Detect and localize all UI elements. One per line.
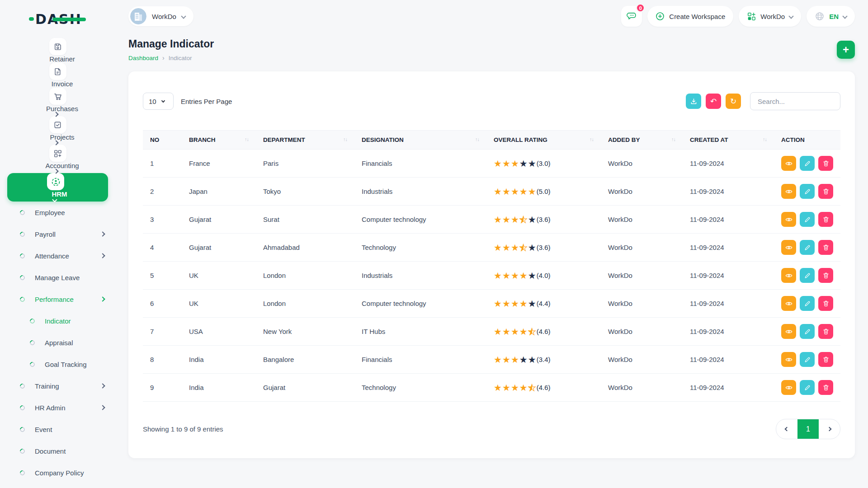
delete-button[interactable]: [818, 184, 833, 199]
workspace-selector[interactable]: WorkDo: [128, 6, 193, 26]
sidebar-item-indicator[interactable]: Indicator: [7, 310, 108, 332]
view-button[interactable]: [781, 296, 796, 311]
star-full-icon: ★: [494, 187, 502, 196]
edit-button[interactable]: [800, 184, 815, 199]
edit-button[interactable]: [800, 324, 815, 339]
messages-button[interactable]: 0: [621, 6, 642, 27]
entries-per-page-value: 10: [149, 98, 156, 105]
sidebar-item-label: Purchases: [46, 105, 78, 113]
sidebar-item-accounting[interactable]: Accounting: [7, 145, 108, 173]
delete-button[interactable]: [818, 212, 833, 227]
view-button[interactable]: [781, 324, 796, 339]
sort-icon[interactable]: ↑↓: [245, 136, 249, 142]
column-header-created-at[interactable]: CREATED AT↑↓: [683, 131, 774, 150]
row-actions: [781, 184, 833, 199]
sidebar-item-company-policy[interactable]: Company Policy: [7, 462, 108, 483]
delete-button[interactable]: [818, 156, 833, 171]
app-switcher-button[interactable]: WorkDo: [739, 6, 801, 27]
reset-button[interactable]: ↶: [706, 94, 721, 109]
edit-button[interactable]: [800, 352, 815, 367]
sidebar-item-label: Accounting: [45, 162, 79, 169]
sidebar-item-payroll[interactable]: Payroll: [7, 223, 108, 245]
sidebar-item-retainer[interactable]: Retainer: [7, 38, 108, 63]
grid-icon: [49, 145, 66, 162]
star-empty-icon: ★: [528, 355, 537, 364]
sidebar-item-system-setup[interactable]: System Setup: [7, 483, 108, 488]
column-header-branch[interactable]: BRANCH↑↓: [182, 131, 256, 150]
sidebar-item-projects[interactable]: Projects: [7, 116, 108, 145]
export-button[interactable]: [686, 94, 701, 109]
no-cell: 5: [143, 262, 182, 290]
view-button[interactable]: [781, 212, 796, 227]
sidebar-item-purchases[interactable]: Purchases: [7, 88, 108, 116]
sidebar-item-label: Invoice: [52, 80, 73, 88]
sidebar-item-appraisal[interactable]: Appraisal: [7, 332, 108, 353]
no-cell: 6: [143, 290, 182, 318]
star-full-icon: ★: [511, 299, 519, 308]
language-selector[interactable]: EN: [807, 6, 855, 27]
prev-page-button[interactable]: [776, 419, 797, 439]
refresh-button[interactable]: ↻: [726, 94, 741, 109]
no-cell: 2: [143, 178, 182, 206]
view-button[interactable]: [781, 268, 796, 283]
sidebar-item-manage-leave[interactable]: Manage Leave: [7, 267, 108, 288]
view-button[interactable]: [781, 352, 796, 367]
view-button[interactable]: [781, 240, 796, 255]
add-indicator-button[interactable]: +: [837, 41, 855, 59]
column-header-overall-rating[interactable]: OVERALL RATING↑↓: [486, 131, 601, 150]
star-full-icon: ★: [494, 299, 502, 308]
edit-button[interactable]: [800, 240, 815, 255]
sort-icon[interactable]: ↑↓: [343, 136, 347, 142]
delete-button[interactable]: [818, 268, 833, 283]
edit-button[interactable]: [800, 156, 815, 171]
delete-button[interactable]: [818, 324, 833, 339]
table-row: 5UKLondonIndustrials★★★★★(4.0)WorkDo11-0…: [143, 262, 840, 290]
column-header-added-by[interactable]: ADDED BY↑↓: [601, 131, 683, 150]
delete-button[interactable]: [818, 380, 833, 395]
breadcrumb-dashboard-link[interactable]: Dashboard: [128, 55, 158, 61]
edit-button[interactable]: [800, 212, 815, 227]
column-header-designation[interactable]: DESIGNATION↑↓: [354, 131, 486, 150]
star-rating: ★★★★★: [494, 355, 537, 365]
rating-value: (3.6): [537, 216, 551, 223]
page-title: Manage Indicator: [128, 38, 214, 50]
sidebar-item-label: Appraisal: [45, 339, 108, 347]
trash-icon: [822, 328, 830, 335]
edit-button[interactable]: [800, 296, 815, 311]
created-at-cell: 11-09-2024: [683, 150, 774, 178]
view-button[interactable]: [781, 380, 796, 395]
sidebar-item-event[interactable]: Event: [7, 418, 108, 440]
delete-button[interactable]: [818, 240, 833, 255]
sidebar-item-hr-admin[interactable]: HR Admin: [7, 397, 108, 418]
star-full-icon: ★: [511, 159, 519, 168]
column-header-department[interactable]: DEPARTMENT↑↓: [256, 131, 354, 150]
sort-icon[interactable]: ↑↓: [475, 136, 479, 142]
create-workspace-button[interactable]: Create Workspace: [647, 6, 733, 27]
view-button[interactable]: [781, 156, 796, 171]
star-full-icon: ★: [494, 215, 502, 224]
next-page-button[interactable]: [819, 419, 840, 439]
delete-button[interactable]: [818, 296, 833, 311]
sort-icon[interactable]: ↑↓: [590, 136, 594, 142]
logo-dash-icon: [29, 17, 34, 21]
row-actions: [781, 268, 833, 283]
branch-cell: UK: [182, 262, 256, 290]
sidebar-item-invoice[interactable]: Invoice: [7, 63, 108, 88]
sort-icon[interactable]: ↑↓: [763, 136, 767, 142]
entries-per-page-select[interactable]: 10: [143, 93, 174, 110]
search-input[interactable]: [750, 92, 840, 110]
sidebar-item-employee[interactable]: Employee: [7, 202, 108, 223]
sidebar-item-performance[interactable]: Performance: [7, 288, 108, 310]
sidebar-item-training[interactable]: Training: [7, 375, 108, 397]
brand-logo[interactable]: DASH: [0, 7, 115, 31]
edit-button[interactable]: [800, 268, 815, 283]
sort-icon[interactable]: ↑↓: [671, 136, 675, 142]
sidebar-item-document[interactable]: Document: [7, 440, 108, 462]
sidebar-item-goal-tracking[interactable]: Goal Tracking: [7, 353, 108, 375]
page-1-button[interactable]: 1: [797, 419, 819, 439]
delete-button[interactable]: [818, 352, 833, 367]
sidebar-item-hrm[interactable]: HRM: [7, 173, 108, 202]
sidebar-item-attendance[interactable]: Attendance: [7, 245, 108, 267]
view-button[interactable]: [781, 184, 796, 199]
edit-button[interactable]: [800, 380, 815, 395]
